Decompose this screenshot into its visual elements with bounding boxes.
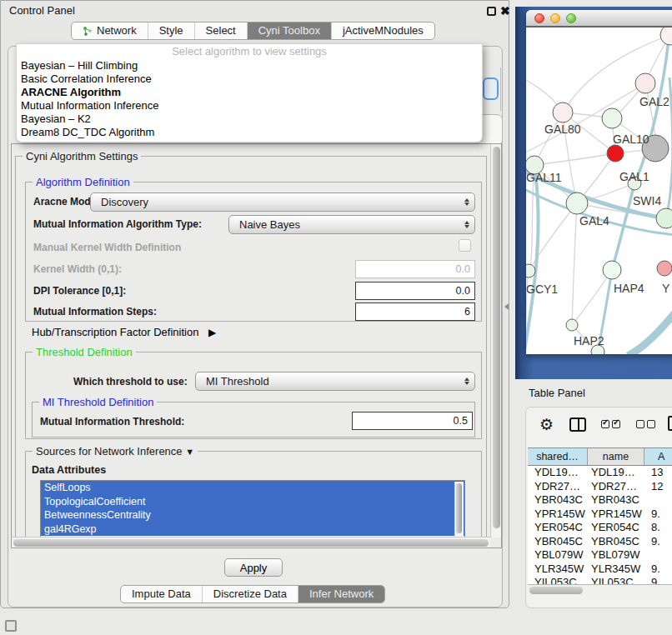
table-cell: YDR27…	[528, 480, 588, 494]
algorithm-option[interactable]: Bayesian – Hill Climbing	[17, 59, 482, 72]
dpi-tolerance-field[interactable]: 0.0	[355, 282, 475, 300]
which-threshold-select[interactable]: MI Threshold	[195, 372, 475, 391]
column-header-name[interactable]: name	[588, 448, 644, 466]
node-gal2[interactable]	[635, 73, 655, 93]
expand-arrow-icon[interactable]: ▶	[208, 327, 216, 338]
data-attributes-list: SelfLoopsTopologicalCoefficientBetweenne…	[41, 481, 464, 536]
node-hap2[interactable]	[566, 319, 578, 331]
control-panel-window: Control Panel ✖ Network Style Select Cyn	[0, 0, 509, 608]
node-label: Y	[662, 282, 670, 295]
tab-style[interactable]: Style	[148, 22, 194, 39]
node-gal4[interactable]	[566, 192, 588, 214]
column-header-shared-name[interactable]: shared…	[528, 448, 588, 466]
close-icon[interactable]: ✖	[500, 4, 510, 18]
data-attribute-item[interactable]: BetweennessCentrality	[41, 508, 464, 522]
table-row[interactable]: YIL053CYIL053C9	[528, 576, 672, 584]
tab-select[interactable]: Select	[194, 22, 247, 39]
table-cell: 9	[644, 576, 672, 584]
settings-horizontal-scrollbar[interactable]	[12, 537, 490, 548]
minimized-panel-icon[interactable]	[5, 620, 17, 632]
deselect-all-icon[interactable]	[636, 420, 655, 428]
apply-button[interactable]: Apply	[224, 558, 283, 577]
tab-network[interactable]: Network	[72, 22, 148, 39]
data-attribute-item[interactable]: gal4RGexp	[41, 522, 464, 537]
stepper-icon	[459, 221, 474, 228]
network-canvas[interactable]: GAL2 GAL80 GAL10 GAL1 GAL11 SWI4 GAL4 GC…	[526, 28, 672, 354]
tab-jactivemnodules[interactable]: jActiveMNodules	[331, 22, 434, 39]
settings-scrollpane: Cyni Algorithm Settings Algorithm Defini…	[11, 143, 502, 548]
algorithm-option[interactable]: Bayesian – K2	[17, 112, 482, 126]
table-horizontal-scrollbar[interactable]	[528, 584, 672, 595]
tab-cyni-toolbox[interactable]: Cyni Toolbox	[247, 22, 331, 39]
tab-label: Impute Data	[132, 586, 191, 602]
network-icon	[83, 26, 93, 36]
node-label: GAL1	[619, 170, 649, 183]
table-row[interactable]: YBR045CYBR045C9.	[528, 535, 672, 549]
table-row[interactable]: YLR345WYLR345W9.	[528, 562, 672, 577]
mi-threshold-field[interactable]: 0.5	[352, 412, 473, 430]
node-gal10[interactable]	[602, 108, 622, 128]
table-row[interactable]: YER054CYER054C8.	[528, 521, 672, 535]
table-row[interactable]: YDL19…YDL19…13	[528, 466, 672, 480]
manual-kernel-checkbox[interactable]	[459, 239, 471, 252]
node-gal80[interactable]	[553, 102, 573, 122]
tab-infer-network[interactable]: Infer Network	[298, 586, 384, 602]
network-nodes[interactable]	[526, 28, 672, 354]
table-cell: YIL053C	[588, 576, 644, 584]
minimize-traffic-light-icon[interactable]	[550, 13, 560, 23]
which-threshold-value: MI Threshold	[196, 375, 459, 388]
node-partial-top[interactable]	[660, 28, 672, 45]
mi-type-select[interactable]: Naive Bayes	[228, 215, 475, 234]
stepper-icon	[459, 198, 474, 206]
table-cell: YPR145W	[588, 508, 644, 522]
node-y[interactable]	[657, 261, 672, 276]
split-columns-icon[interactable]	[569, 418, 586, 432]
control-panel-tabs: Network Style Select Cyni Toolbox jActiv…	[71, 22, 435, 40]
table-cell	[644, 493, 672, 508]
algorithm-option[interactable]: Dream8 DC_TDC Algorithm	[17, 126, 482, 139]
table-row[interactable]: YDR27…YDR27…12	[528, 480, 672, 494]
node-label: GCY1	[526, 282, 558, 296]
algorithm-option[interactable]: Basic Correlation Inference	[17, 72, 482, 86]
which-threshold-label: Which threshold to use:	[73, 376, 188, 388]
node-right-green[interactable]	[656, 208, 672, 228]
network-window[interactable]: GAL2 GAL80 GAL10 GAL1 GAL11 SWI4 GAL4 GC…	[526, 10, 672, 354]
node-hap4[interactable]	[603, 261, 621, 279]
zoom-traffic-light-icon[interactable]	[566, 13, 576, 23]
tab-label: Cyni Toolbox	[258, 22, 320, 39]
table-cell: YBL079W	[588, 548, 644, 562]
select-all-icon[interactable]	[601, 420, 620, 428]
node-gcy1[interactable]	[526, 264, 535, 278]
network-desktop: GAL2 GAL80 GAL10 GAL1 GAL11 SWI4 GAL4 GC…	[515, 7, 672, 379]
data-attribute-item[interactable]: SelfLoops	[41, 481, 464, 495]
collapse-arrow-icon[interactable]: ▼	[185, 447, 194, 457]
column-header-partial[interactable]: A	[644, 448, 672, 466]
close-traffic-light-icon[interactable]	[534, 13, 544, 23]
tab-impute-data[interactable]: Impute Data	[121, 586, 202, 602]
data-attributes-listbox: SelfLoopsTopologicalCoefficientBetweenne…	[40, 480, 465, 538]
table-row[interactable]: YBR043CYBR043C	[528, 493, 672, 508]
list-scrollbar[interactable]	[454, 482, 464, 537]
node-table-window: ⚙ shared… name A YDL19…YDL19…13YDR27…YDR…	[525, 407, 672, 608]
gear-icon[interactable]: ⚙	[539, 415, 554, 433]
aracne-mode-select[interactable]: Discovery	[90, 192, 475, 212]
data-attribute-item[interactable]: TopologicalCoefficient	[41, 495, 464, 509]
mi-steps-field[interactable]: 6	[355, 302, 475, 321]
cyni-bottom-tabs: Impute Data Discretize Data Infer Networ…	[120, 585, 385, 603]
float-window-icon[interactable]	[487, 7, 496, 16]
table-cell: YBR043C	[588, 493, 644, 508]
threshold-definition-legend: Threshold Definition	[33, 346, 136, 358]
table-row[interactable]: YBL079WYBL079W	[528, 548, 672, 562]
splitter-collapse-icon[interactable]	[504, 303, 509, 310]
kernel-width-field[interactable]: 0.0	[355, 260, 475, 278]
table-row[interactable]: YPR145WYPR145W9.	[528, 508, 672, 522]
table-cell: YDL19…	[588, 466, 644, 480]
node-gal1[interactable]	[607, 145, 624, 162]
settings-vertical-scrollbar[interactable]	[490, 144, 501, 538]
tab-discretize-data[interactable]: Discretize Data	[202, 586, 298, 602]
clipboard-icon[interactable]	[668, 416, 672, 431]
algorithm-option[interactable]: ARACNE Algorithm	[17, 86, 482, 99]
hub-definition-toggle[interactable]: Hub/Transcription Factor Definition ▶	[32, 326, 216, 338]
algorithm-option[interactable]: Mutual Information Inference	[17, 99, 482, 112]
network-window-titlebar[interactable]	[526, 10, 672, 28]
